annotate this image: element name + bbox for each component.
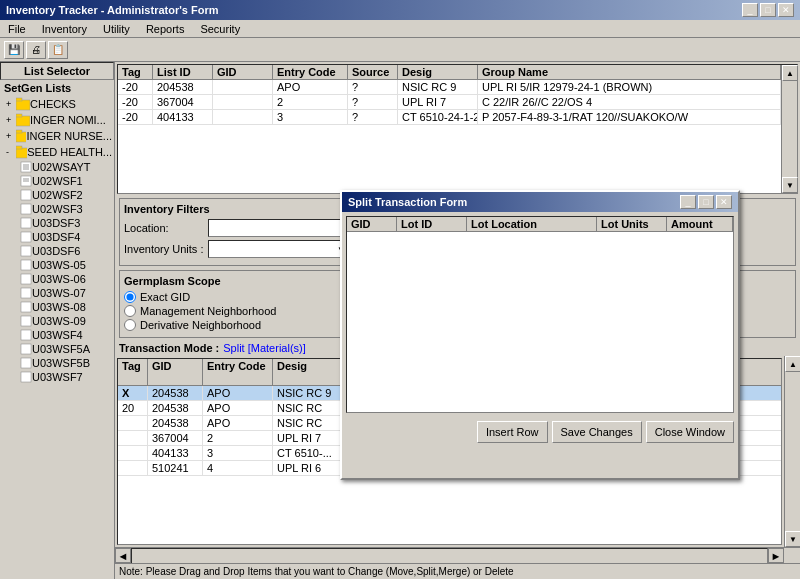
modal-minimize-button[interactable]: _ bbox=[680, 195, 696, 209]
close-window-button[interactable]: Close Window bbox=[646, 421, 734, 443]
modal-grid-body[interactable] bbox=[347, 232, 733, 412]
modal-col-lotunits: Lot Units bbox=[597, 217, 667, 231]
modal-close-button[interactable]: ✕ bbox=[716, 195, 732, 209]
save-changes-button[interactable]: Save Changes bbox=[552, 421, 642, 443]
modal-col-gid: GID bbox=[347, 217, 397, 231]
insert-row-button[interactable]: Insert Row bbox=[477, 421, 548, 443]
modal-footer: Insert Row Save Changes Close Window bbox=[342, 417, 738, 447]
modal-col-lotloc: Lot Location bbox=[467, 217, 597, 231]
modal-grid: GID Lot ID Lot Location Lot Units Amount bbox=[346, 216, 734, 413]
modal-controls: _ □ ✕ bbox=[680, 195, 732, 209]
modal-title-bar: Split Transaction Form _ □ ✕ bbox=[342, 192, 738, 212]
modal-grid-header: GID Lot ID Lot Location Lot Units Amount bbox=[347, 217, 733, 232]
modal-title: Split Transaction Form bbox=[348, 196, 467, 208]
modal-overlay: Split Transaction Form _ □ ✕ GID Lot ID … bbox=[0, 0, 800, 579]
modal-body: GID Lot ID Lot Location Lot Units Amount bbox=[342, 212, 738, 417]
modal-empty-area bbox=[347, 232, 733, 412]
modal-col-lotid: Lot ID bbox=[397, 217, 467, 231]
modal-col-amount: Amount bbox=[667, 217, 733, 231]
split-transaction-modal: Split Transaction Form _ □ ✕ GID Lot ID … bbox=[340, 190, 740, 480]
modal-maximize-button[interactable]: □ bbox=[698, 195, 714, 209]
